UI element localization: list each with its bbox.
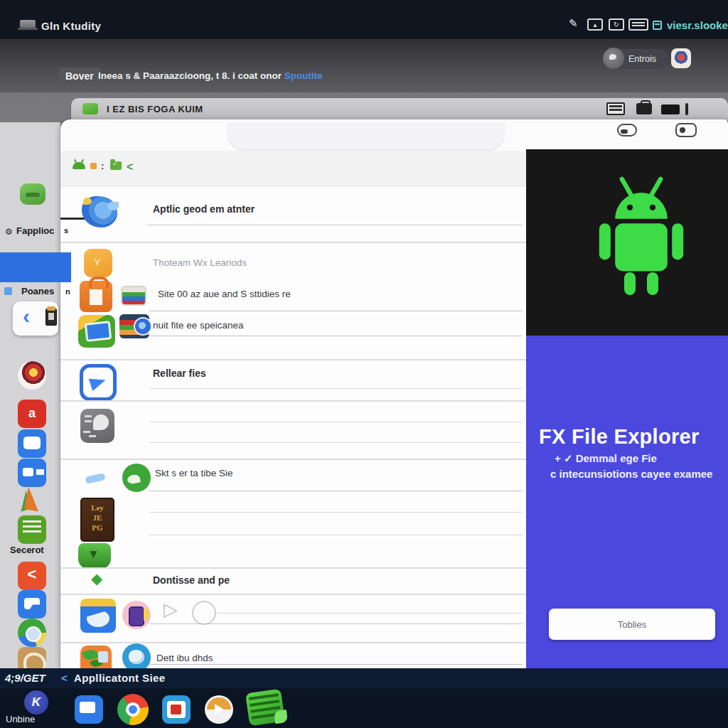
pen-icon[interactable]: ✎ (569, 17, 578, 30)
window-tab-curve (228, 122, 505, 151)
folder-media-icon[interactable] (80, 599, 116, 633)
nav-tab-bover[interactable]: Bover (59, 68, 100, 85)
play-outline-icon[interactable]: ▷ (164, 599, 178, 621)
keyboard-icon[interactable] (628, 18, 648, 31)
mini-card-icon (121, 286, 146, 306)
apps-suffix: s (64, 226, 68, 235)
app-icon-swirl[interactable] (18, 361, 46, 390)
status-label: Appllicatont Siee (74, 668, 166, 687)
app-icon-mail[interactable] (18, 590, 46, 619)
back-chevron-icon: ‹ (23, 304, 30, 328)
app-icon-window[interactable] (18, 429, 46, 458)
keypad-icon[interactable] (661, 105, 680, 114)
android-head-icon[interactable] (73, 162, 85, 169)
display-icon (653, 21, 662, 30)
brown-circle-icon[interactable] (80, 462, 112, 495)
media-stack-icon (119, 314, 149, 338)
book-line: PG (92, 523, 102, 532)
green-diamond-icon: ◆ (91, 570, 102, 587)
book-line: JE (93, 513, 102, 522)
gear-icon: ⚙ (5, 227, 13, 237)
laptop-icon (20, 20, 36, 28)
promo-line-2: c intecunsiotions cayee examee (550, 468, 712, 480)
rotate-icon[interactable]: ↻ (609, 18, 624, 31)
mountain-glyph: ▴ (593, 21, 596, 28)
green-circle-icon (122, 464, 151, 492)
search-icon[interactable] (603, 48, 624, 69)
list-row-label[interactable]: Dett ibu dhds (156, 653, 213, 663)
messages-icon[interactable] (75, 695, 103, 724)
avatar[interactable] (671, 48, 691, 68)
android-robot-icon (584, 169, 698, 318)
paper-plane-icon[interactable] (80, 364, 117, 401)
toolbar-back-icon[interactable]: < (127, 161, 133, 173)
cash-icon[interactable] (245, 689, 285, 727)
top-menubar: Gln Ktudity ✎ ▴ ↻ viesr.slooker (0, 0, 728, 39)
list-row-label[interactable]: Site 00 az aue and S sttidies re (158, 289, 291, 299)
sidebar-item-phones[interactable]: Poanes (21, 286, 54, 296)
orange-bag-icon[interactable] (80, 281, 112, 312)
breadcrumb-text: Ineea s & Paaraazcioong, t 8. i coat ono… (98, 70, 282, 81)
app-a-glyph: a (28, 406, 36, 420)
photos-icon[interactable] (162, 695, 191, 724)
promo-line-1: + ✓ Demmal ege Fie (555, 452, 657, 465)
list-row-label[interactable]: nuit fite ee speicanea (153, 320, 244, 331)
app-icon-red[interactable]: a (18, 400, 46, 428)
navbar: Bover Ineea s & Paaraazcioong, t 8. i co… (0, 39, 728, 92)
chrome-icon[interactable] (117, 694, 149, 725)
app-icon-origami[interactable] (18, 486, 46, 515)
breadcrumb-link[interactable]: Spoutite (284, 70, 323, 81)
pink-camera-icon (122, 601, 151, 629)
sidebar-item-secret[interactable]: Secerot (10, 545, 44, 555)
list-row-label[interactable]: Thoteam Wx Leariods (153, 257, 247, 268)
back-button[interactable]: ‹ (13, 301, 58, 336)
list-left-tick (60, 218, 85, 220)
app-icon-browser[interactable] (18, 619, 46, 647)
divider-bar-icon (685, 103, 688, 115)
monitor-app-icon[interactable] (78, 315, 115, 348)
download-green-icon[interactable] (78, 543, 111, 569)
list-row-label[interactable]: Dontisse and pe (153, 574, 230, 586)
viewer-link[interactable]: viesr.slooker (667, 19, 728, 31)
sidebar-item-applications[interactable]: Fapplioc (16, 225, 54, 236)
gray-app-icon[interactable] (80, 409, 114, 443)
frame-icon[interactable] (606, 102, 625, 115)
sidebar-selection[interactable] (0, 252, 71, 282)
eye-icon[interactable] (617, 124, 637, 136)
rotate-glyph: ↻ (614, 21, 619, 28)
phones-suffix: n (65, 287, 70, 296)
folder-check-icon[interactable] (110, 161, 122, 170)
list-row-label[interactable]: Rellear fies (153, 368, 206, 379)
leaf-app-icon[interactable] (80, 646, 112, 668)
desktop: Gln Ktudity ✎ ▴ ↻ viesr.slooker Bover In… (0, 0, 728, 728)
camera-outline-icon[interactable] (675, 123, 697, 137)
circle-outline-icon (192, 601, 216, 625)
book-cover-icon[interactable]: Ley JE PG (80, 498, 114, 542)
bird-app-icon[interactable] (82, 196, 117, 228)
orange-square-icon (90, 163, 97, 169)
briefcase-icon[interactable] (636, 103, 652, 114)
list-row-label[interactable]: Skt s er ta tibe Sie (155, 468, 233, 478)
phone-mini-icon (4, 287, 12, 295)
list-row-label[interactable]: Aptlic geod em atnter (153, 203, 255, 215)
emulator-app-icon (82, 103, 98, 114)
app-list: Aptlic geod em atnter Thoteam Wx Leariod… (60, 186, 526, 668)
app-icon-share[interactable]: < (18, 562, 46, 590)
orange-app-icon[interactable] (84, 249, 112, 277)
green-folder-icon[interactable] (20, 183, 46, 205)
status-back-arrow: < (61, 668, 68, 687)
camera-icon[interactable] (205, 695, 233, 724)
app-icon-pills[interactable] (18, 459, 46, 487)
emulator-titlebar[interactable]: I EZ BIS FOGA KUIM (71, 98, 728, 121)
taskbar-app-k-icon[interactable]: K (24, 690, 48, 714)
tiny-book-icon (46, 309, 57, 326)
window-toolbar: : < (60, 151, 526, 186)
promo-button[interactable]: Toblies (549, 609, 715, 640)
share-glyph: < (28, 565, 37, 583)
app-icon-notes[interactable] (18, 515, 46, 544)
promo-title: FX File Explorer (539, 425, 700, 449)
status-prefix: 4;9/GET (5, 668, 46, 687)
promo-info-panel: FX File Explorer + ✓ Demmal ege Fie c in… (526, 336, 728, 668)
colon-glyph: : (101, 161, 104, 171)
screenshot-icon[interactable]: ▴ (587, 18, 603, 31)
